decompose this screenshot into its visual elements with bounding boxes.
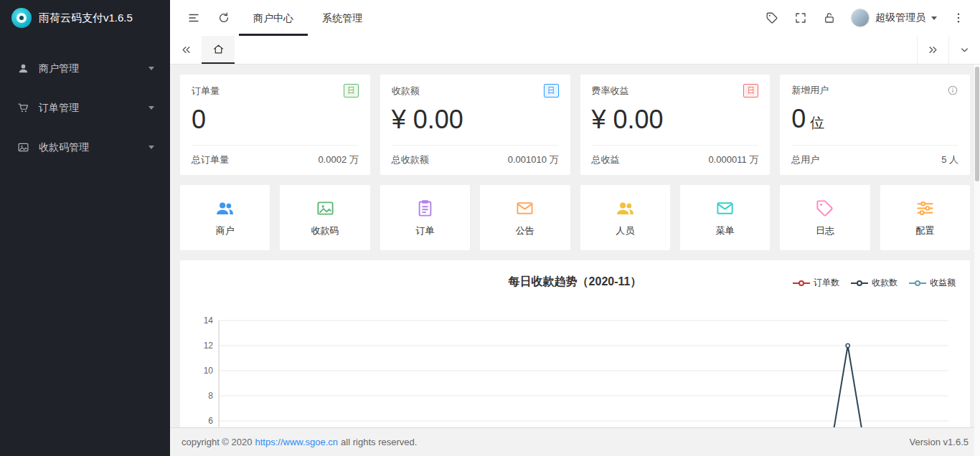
chart-title: 每日收款趋势（2020-11） — [509, 275, 642, 288]
user-menu[interactable]: 超级管理员 — [844, 0, 944, 36]
more-vertical-icon[interactable] — [944, 0, 973, 36]
scrollbar-thumb[interactable] — [975, 67, 979, 181]
trend-chart-card: 每日收款趋势（2020-11） 订单数收款数收益额 14121086420 — [180, 260, 970, 427]
copyright-suffix: all rights reserved. — [341, 437, 417, 447]
clipboard-icon — [415, 199, 435, 218]
sidebar-item-1[interactable]: 订单管理 — [0, 88, 170, 128]
shortcut-card-0[interactable]: 商户 — [180, 185, 270, 250]
stat-footer-label: 总收款额 — [392, 153, 429, 166]
shortcut-label: 日志 — [816, 224, 834, 237]
sidebar-item-label: 收款码管理 — [39, 141, 149, 154]
info-icon[interactable] — [947, 85, 958, 96]
page-tabs-bar — [170, 36, 980, 65]
shortcut-card-4[interactable]: 人员 — [580, 185, 670, 250]
app-title: 雨荷云码支付v1.6.5 — [39, 11, 133, 25]
y-tick-label: 8 — [208, 391, 213, 401]
legend-label: 收款数 — [872, 277, 897, 289]
trend-chart: 14121086420 — [194, 305, 956, 427]
app-logo-icon — [11, 8, 32, 28]
shortcut-card-5[interactable]: 菜单 — [680, 185, 770, 250]
shortcut-label: 商户 — [216, 224, 235, 237]
series-point — [846, 343, 849, 347]
stat-value: ¥ 0.00 — [592, 105, 664, 134]
shortcut-label: 收款码 — [311, 224, 339, 237]
chevron-down-icon — [149, 67, 154, 70]
refresh-icon[interactable] — [209, 0, 239, 36]
legend-marker — [851, 280, 868, 287]
legend-item-1[interactable]: 收款数 — [851, 277, 897, 289]
mail-icon — [715, 199, 735, 218]
chart-header: 每日收款趋势（2020-11） 订单数收款数收益额 — [194, 275, 956, 290]
unlock-icon[interactable] — [815, 0, 844, 36]
tabs-menu-icon[interactable] — [948, 36, 980, 64]
tag-icon[interactable] — [758, 0, 786, 36]
sidebar-item-0[interactable]: 商户管理 — [0, 49, 170, 88]
shortcut-card-1[interactable]: 收款码 — [280, 185, 369, 250]
shortcut-cards: 商户收款码订单公告人员菜单日志配置 — [180, 185, 970, 250]
stat-card-0: 订单量日0总订单量0.0002 万 — [180, 75, 370, 175]
y-tick-label: 10 — [204, 366, 214, 376]
shortcut-label: 人员 — [616, 224, 634, 237]
series-line-1 — [219, 346, 948, 427]
stat-card-3: 新增用户0位总用户5 人 — [780, 75, 970, 175]
stat-value: 0 — [192, 105, 206, 134]
shortcut-label: 订单 — [415, 224, 434, 237]
shortcut-card-7[interactable]: 配置 — [880, 185, 970, 250]
stat-value-unit: 位 — [810, 115, 824, 130]
legend-item-0[interactable]: 订单数 — [793, 277, 839, 289]
app-root: 雨荷云码支付v1.6.5 商户管理订单管理收款码管理 商户中心系统管理 — [0, 0, 980, 456]
chevron-down-icon — [149, 106, 154, 110]
stat-title: 订单量 — [192, 85, 220, 98]
shortcut-card-3[interactable]: 公告 — [480, 185, 570, 250]
stat-title: 费率收益 — [592, 85, 629, 98]
top-nav-tabs: 商户中心系统管理 — [239, 0, 377, 36]
top-tab-0[interactable]: 商户中心 — [239, 0, 308, 36]
version-label: Version v1.6.5 — [910, 437, 969, 447]
avatar — [851, 9, 870, 27]
main-column: 商户中心系统管理 超级管理员 — [170, 0, 980, 456]
home-tab[interactable] — [202, 36, 235, 64]
tabs-scroll-right-icon[interactable] — [917, 36, 948, 64]
shortcut-card-6[interactable]: 日志 — [780, 185, 870, 250]
stat-card-2: 费率收益日¥ 0.00总收益0.000011 万 — [580, 75, 771, 175]
tag-icon — [815, 199, 834, 218]
y-tick-label: 6 — [208, 416, 213, 426]
image-icon — [316, 199, 335, 218]
topbar: 商户中心系统管理 超级管理员 — [170, 0, 980, 36]
tabs-scroll-left-icon[interactable] — [170, 36, 202, 64]
day-badge: 日 — [544, 84, 559, 98]
tabs-bar-right — [917, 36, 980, 64]
sidebar-item-label: 订单管理 — [39, 102, 149, 115]
shortcut-card-2[interactable]: 订单 — [380, 185, 470, 250]
day-badge: 日 — [344, 84, 359, 98]
shortcut-label: 菜单 — [716, 224, 735, 237]
stat-footer-value: 5 人 — [941, 153, 958, 166]
top-tab-1[interactable]: 系统管理 — [308, 0, 377, 36]
fullscreen-icon[interactable] — [786, 0, 815, 36]
stat-card-1: 收款额日¥ 0.00总收款额0.001010 万 — [380, 75, 570, 175]
copyright-text: copyright © 2020 — [182, 437, 252, 447]
stat-value: 0 — [791, 104, 806, 133]
y-tick-label: 14 — [204, 315, 214, 326]
chevron-down-icon — [931, 16, 937, 20]
legend-marker — [909, 280, 926, 287]
stat-footer-label: 总订单量 — [192, 153, 229, 166]
mail-icon — [515, 199, 534, 218]
collapse-menu-icon[interactable] — [179, 0, 209, 36]
sliders-icon — [915, 199, 935, 218]
vertical-scrollbar[interactable] — [974, 65, 980, 456]
y-tick-label: 12 — [204, 341, 214, 351]
shortcut-label: 配置 — [915, 224, 934, 237]
footer: copyright © 2020 https://www.sgoe.cn all… — [170, 427, 980, 456]
stat-footer-label: 总收益 — [592, 153, 620, 166]
legend-label: 订单数 — [814, 277, 839, 289]
stat-footer-value: 0.001010 万 — [508, 153, 559, 166]
stat-value: ¥ 0.00 — [392, 105, 463, 134]
legend-item-2[interactable]: 收益额 — [909, 277, 956, 289]
sidebar-item-2[interactable]: 收款码管理 — [0, 128, 170, 167]
footer-link[interactable]: https://www.sgoe.cn — [255, 437, 338, 447]
day-badge: 日 — [743, 84, 758, 98]
stat-cards: 订单量日0总订单量0.0002 万收款额日¥ 0.00总收款额0.001010 … — [180, 75, 970, 175]
stat-footer-label: 总用户 — [791, 153, 819, 166]
stat-title: 收款额 — [392, 85, 420, 98]
